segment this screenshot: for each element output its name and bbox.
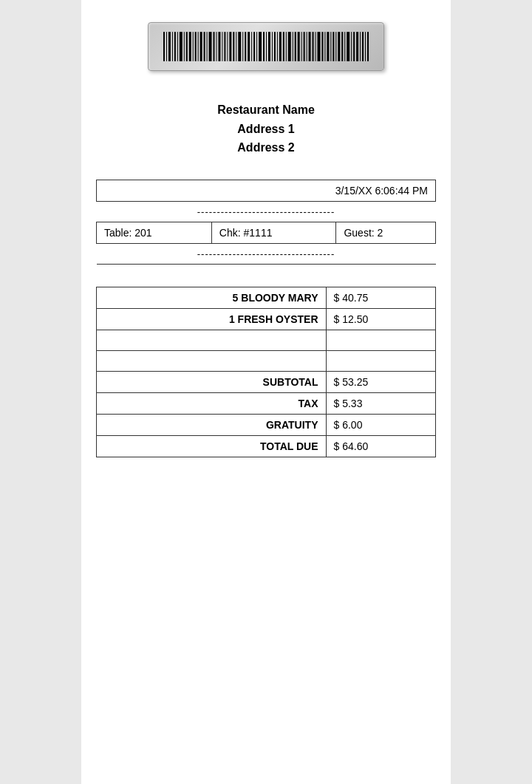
svg-rect-38 [274, 32, 276, 61]
svg-rect-33 [259, 32, 262, 61]
divider-row-bottom: ----------------------------------- [97, 243, 436, 264]
svg-rect-42 [286, 32, 287, 61]
svg-rect-22 [227, 32, 228, 61]
svg-rect-23 [229, 32, 231, 61]
svg-rect-45 [295, 32, 296, 61]
svg-rect-39 [277, 32, 278, 61]
svg-rect-57 [330, 32, 331, 61]
svg-rect-0 [163, 32, 165, 61]
svg-rect-51 [313, 32, 314, 61]
svg-rect-32 [256, 32, 257, 61]
receipt-container: Restaurant Name Address 1 Address 2 3/15… [81, 0, 451, 784]
svg-rect-12 [198, 32, 199, 61]
svg-rect-47 [301, 32, 302, 61]
svg-rect-34 [263, 32, 265, 61]
subtotal-value: $ 53.25 [326, 371, 436, 392]
svg-rect-26 [238, 32, 241, 61]
divider-top: ----------------------------------- [97, 201, 436, 222]
empty-row-1 [97, 330, 436, 350]
restaurant-name: Restaurant Name [217, 100, 315, 120]
svg-rect-14 [204, 32, 205, 61]
item-1-price: $ 40.75 [326, 287, 436, 308]
subtotal-label: SUBTOTAL [97, 371, 327, 392]
divider-row-top: ----------------------------------- [97, 201, 436, 222]
svg-rect-8 [186, 32, 188, 61]
svg-rect-28 [245, 32, 246, 61]
svg-rect-62 [344, 32, 345, 61]
svg-rect-43 [288, 32, 291, 61]
svg-rect-35 [266, 32, 267, 61]
gratuity-label: GRATUITY [97, 414, 327, 435]
table-row: 5 BLOODY MARY $ 40.75 [97, 287, 436, 308]
svg-rect-7 [184, 32, 185, 61]
svg-rect-21 [224, 32, 225, 61]
svg-rect-3 [172, 32, 173, 61]
svg-rect-10 [193, 32, 194, 61]
svg-rect-5 [177, 32, 178, 61]
svg-rect-48 [304, 32, 305, 61]
svg-rect-27 [242, 32, 243, 61]
svg-rect-20 [222, 32, 222, 61]
table-number: Table: 201 [97, 222, 212, 243]
svg-rect-65 [353, 32, 355, 61]
order-details-row: Table: 201 Chk: #1111 Guest: 2 [97, 222, 436, 243]
svg-rect-11 [195, 32, 197, 61]
item-2-price: $ 12.50 [326, 308, 436, 330]
barcode-image [163, 32, 369, 61]
divider-bottom: ----------------------------------- [97, 243, 436, 264]
svg-rect-59 [335, 32, 336, 61]
svg-rect-40 [279, 32, 282, 61]
svg-rect-56 [327, 32, 329, 61]
barcode-wrapper [148, 22, 384, 71]
empty-cell-4 [326, 350, 436, 371]
items-totals-table: 5 BLOODY MARY $ 40.75 1 FRESH OYSTER $ 1… [96, 287, 436, 457]
svg-rect-31 [253, 32, 255, 61]
svg-rect-16 [209, 32, 212, 61]
svg-rect-18 [216, 32, 216, 61]
subtotal-row: SUBTOTAL $ 53.25 [97, 371, 436, 392]
empty-cell-3 [97, 350, 327, 371]
svg-rect-63 [347, 32, 349, 61]
empty-cell-2 [326, 330, 436, 350]
order-info-table: 3/15/XX 6:06:44 PM ---------------------… [96, 180, 436, 265]
svg-rect-67 [360, 32, 361, 61]
gratuity-value: $ 6.00 [326, 414, 436, 435]
svg-rect-70 [367, 32, 369, 61]
svg-rect-37 [272, 32, 273, 61]
svg-rect-46 [298, 32, 300, 61]
gratuity-row: GRATUITY $ 6.00 [97, 414, 436, 435]
check-number: Chk: #1111 [211, 222, 336, 243]
tax-label: TAX [97, 392, 327, 414]
svg-rect-44 [293, 32, 293, 61]
svg-rect-53 [318, 32, 321, 61]
empty-row-2 [97, 350, 436, 371]
guest-count: Guest: 2 [336, 222, 436, 243]
svg-rect-54 [321, 32, 323, 61]
total-due-label: TOTAL DUE [97, 435, 327, 457]
svg-rect-13 [200, 32, 202, 61]
order-datetime: 3/15/XX 6:06:44 PM [97, 180, 436, 201]
svg-rect-24 [233, 32, 234, 61]
restaurant-address1: Address 1 [217, 120, 315, 139]
svg-rect-9 [189, 32, 191, 61]
svg-rect-64 [351, 32, 352, 61]
total-due-value: $ 64.60 [326, 435, 436, 457]
restaurant-info: Restaurant Name Address 1 Address 2 [217, 100, 315, 157]
date-row: 3/15/XX 6:06:44 PM [97, 180, 436, 201]
svg-rect-15 [207, 32, 208, 61]
svg-rect-30 [251, 32, 252, 61]
empty-cell-1 [97, 330, 327, 350]
svg-rect-52 [316, 32, 316, 61]
svg-rect-19 [218, 32, 220, 61]
svg-rect-36 [268, 32, 270, 61]
tax-row: TAX $ 5.33 [97, 392, 436, 414]
svg-rect-25 [236, 32, 236, 61]
svg-rect-50 [309, 32, 311, 61]
total-due-row: TOTAL DUE $ 64.60 [97, 435, 436, 457]
table-row: 1 FRESH OYSTER $ 12.50 [97, 308, 436, 330]
svg-rect-4 [174, 32, 176, 61]
svg-rect-17 [214, 32, 215, 61]
svg-rect-6 [180, 32, 183, 61]
svg-rect-66 [356, 32, 358, 61]
item-2-name: 1 FRESH OYSTER [97, 308, 327, 330]
